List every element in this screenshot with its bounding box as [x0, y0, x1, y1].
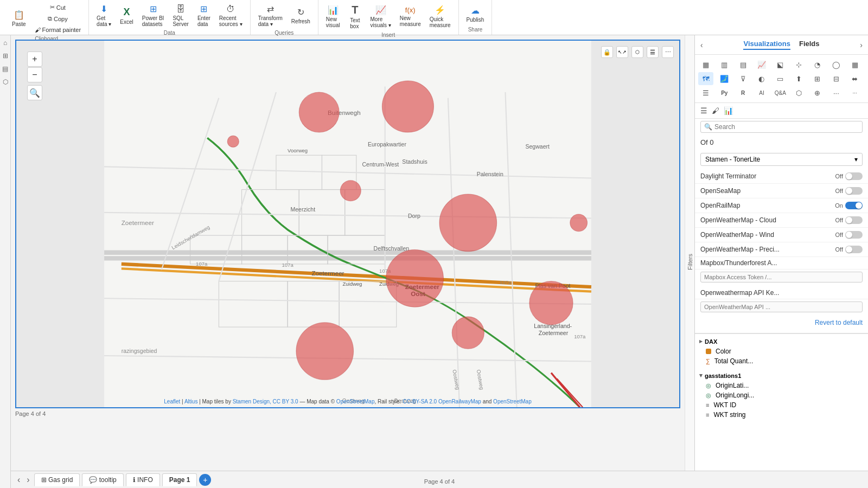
map-frame[interactable]: Leidschendamweg 107a 107a 107a 107a 107a… — [15, 40, 680, 408]
total-quant-field-item[interactable]: ∑ Total Quant... — [695, 356, 868, 366]
origin-long-field[interactable]: ◎ OriginLongi... — [695, 390, 868, 400]
viz-matrix[interactable]: ⊟ — [828, 72, 844, 85]
map-more-button[interactable]: ⋯ — [662, 46, 674, 58]
viz-waterfall[interactable]: ⬌ — [847, 72, 863, 85]
map-filter-button[interactable]: ☰ — [647, 46, 659, 58]
quick-measure-button[interactable]: ⚡ Quickmeasure — [426, 3, 454, 30]
page-prev-button[interactable]: ‹ — [15, 474, 22, 486]
owm-preci-track[interactable] — [845, 246, 863, 253]
enter-data-button[interactable]: ⊞ Enterdata — [194, 2, 214, 29]
viz-python[interactable]: Py — [717, 86, 732, 99]
sql-server-button[interactable]: 🗄 SQLServer — [169, 3, 192, 29]
tab-info[interactable]: ℹ INFO — [126, 473, 160, 486]
viz-qanda[interactable]: Q&A — [773, 86, 788, 99]
mapbox-token-input[interactable] — [700, 272, 863, 282]
excel-button[interactable]: X Excel — [117, 5, 136, 27]
osm-link[interactable]: OpenStreetMap — [336, 399, 375, 404]
wkt-string-field[interactable]: ≡ WKT string — [695, 410, 868, 420]
owm-cloud-track[interactable] — [845, 216, 863, 224]
origin-lat-field[interactable]: ◎ OriginLati... — [695, 381, 868, 390]
map-lock-button[interactable]: 🔒 — [601, 46, 613, 58]
owm-api-input[interactable] — [700, 301, 863, 312]
rail-link[interactable]: CC-BY-SA 2.0 OpenRailwayMap — [403, 399, 481, 404]
color-field-item[interactable]: Color — [695, 346, 868, 356]
cut-button[interactable]: ✂ Cut — [31, 2, 85, 12]
revert-default-button[interactable]: Revert to default — [700, 319, 863, 326]
new-visual-button[interactable]: 📊 Newvisual — [323, 3, 343, 30]
text-box-button[interactable]: T Textbox — [345, 2, 365, 31]
tab-tooltip[interactable]: 💬 tooltip — [82, 473, 123, 486]
map-select-button[interactable]: ↖↗ — [616, 46, 628, 58]
viz-bar-chart[interactable]: ▦ — [698, 58, 713, 71]
tab-page1[interactable]: Page 1 — [162, 473, 197, 486]
viz-more[interactable]: ··· — [828, 86, 844, 99]
map-style-dropdown[interactable]: Stamen - TonerLite ▾ — [700, 153, 863, 166]
grid-sidebar-icon[interactable]: ⊞ — [1, 50, 10, 61]
wkt-id-field[interactable]: ≡ WKT ID — [695, 400, 868, 410]
viz-slicer[interactable]: ☰ — [698, 86, 713, 99]
copy-button[interactable]: ⧉ Copy — [31, 14, 85, 24]
fields-tab[interactable]: Fields — [799, 40, 820, 50]
viz-treemap[interactable]: ▦ — [847, 58, 863, 71]
zoom-out-button[interactable]: − — [27, 67, 42, 82]
refresh-button[interactable]: ↻ Refresh — [288, 5, 314, 26]
viz-decomp[interactable]: ⬡ — [792, 86, 807, 99]
openrailmap-switch[interactable]: On — [835, 202, 863, 209]
osm2-link[interactable]: OpenStreetMap — [493, 399, 532, 404]
viz-filled-map[interactable]: 🗾 — [717, 72, 732, 85]
viz-card[interactable]: ▭ — [773, 72, 788, 85]
tab-gas-grid[interactable]: ⊞ Gas grid — [34, 473, 80, 486]
page-next-button[interactable]: › — [24, 474, 31, 486]
zoom-in-button[interactable]: + — [27, 52, 42, 67]
model-sidebar-icon[interactable]: ⬡ — [1, 76, 10, 87]
map-lasso-button[interactable]: ⬡ — [631, 46, 643, 58]
altius-link[interactable]: Altius — [184, 399, 197, 404]
openseamap-track[interactable] — [845, 187, 863, 195]
viz-pie[interactable]: ◔ — [810, 58, 825, 71]
dax-header[interactable]: ▸ DAX — [695, 336, 868, 346]
power-bi-datasets-button[interactable]: ⊞ Power BIdatasets — [139, 2, 168, 29]
owm-wind-switch[interactable]: Off — [835, 231, 863, 239]
format-painter-button[interactable]: 🖌 Format painter — [31, 25, 85, 35]
viz-scatter[interactable]: ⊹ — [792, 58, 807, 71]
fields-search-input[interactable] — [714, 123, 859, 131]
viz-map[interactable]: 🗺 — [698, 72, 713, 85]
panel-nav-left-btn[interactable]: ‹ — [700, 41, 703, 49]
owm-cloud-switch[interactable]: Off — [835, 216, 863, 224]
visualizations-tab[interactable]: Visualizations — [743, 40, 790, 50]
owm-preci-switch[interactable]: Off — [835, 246, 863, 253]
daylight-terminator-switch[interactable]: Off — [835, 172, 863, 180]
owm-wind-track[interactable] — [845, 231, 863, 239]
viz-custom1[interactable]: ⊕ — [810, 86, 825, 99]
fields-search-box[interactable]: 🔍 — [700, 121, 863, 133]
get-data-button[interactable]: ⬇ Getdata ▾ — [93, 2, 114, 29]
daylight-terminator-track[interactable] — [845, 172, 863, 180]
paste-button[interactable]: 📋 Paste — [9, 8, 29, 29]
viz-line-chart[interactable]: 📈 — [754, 58, 769, 71]
leaflet-link[interactable]: Leaflet — [164, 399, 180, 404]
viz-ai[interactable]: AI — [754, 86, 769, 99]
recent-sources-button[interactable]: ⏱ Recentsources ▾ — [216, 3, 246, 29]
analytics-format-btn[interactable]: 📊 — [724, 106, 733, 115]
openseamap-switch[interactable]: Off — [835, 187, 863, 195]
viz-donut[interactable]: ◯ — [828, 58, 844, 71]
panel-nav-right-btn[interactable]: › — [860, 41, 863, 49]
home-sidebar-icon[interactable]: ⌂ — [2, 37, 9, 48]
table-sidebar-icon[interactable]: ▤ — [1, 63, 10, 74]
viz-table[interactable]: ⊞ — [810, 72, 825, 85]
more-visuals-button[interactable]: 📈 Morevisuals ▾ — [367, 3, 394, 30]
openrailmap-track[interactable] — [845, 202, 863, 209]
viz-stacked-bar[interactable]: ▥ — [717, 58, 732, 71]
viz-gauge[interactable]: ◐ — [754, 72, 769, 85]
add-page-button[interactable]: + — [199, 474, 211, 486]
viz-extra[interactable]: ··· — [847, 86, 863, 99]
paint-format-btn[interactable]: 🖌 — [712, 106, 719, 115]
publish-button[interactable]: ☁ Publish — [463, 4, 488, 24]
viz-clustered-bar[interactable]: ▤ — [736, 58, 751, 71]
viz-funnel[interactable]: ⊽ — [736, 72, 751, 85]
viz-kpi[interactable]: ⬆ — [792, 72, 807, 85]
viz-r[interactable]: R — [736, 86, 751, 99]
stamen-link[interactable]: Stamen Design, CC BY 3.0 — [233, 399, 298, 404]
fields-format-btn[interactable]: ☰ — [700, 106, 707, 115]
transform-data-button[interactable]: ⇄ Transformdata ▾ — [255, 2, 286, 29]
